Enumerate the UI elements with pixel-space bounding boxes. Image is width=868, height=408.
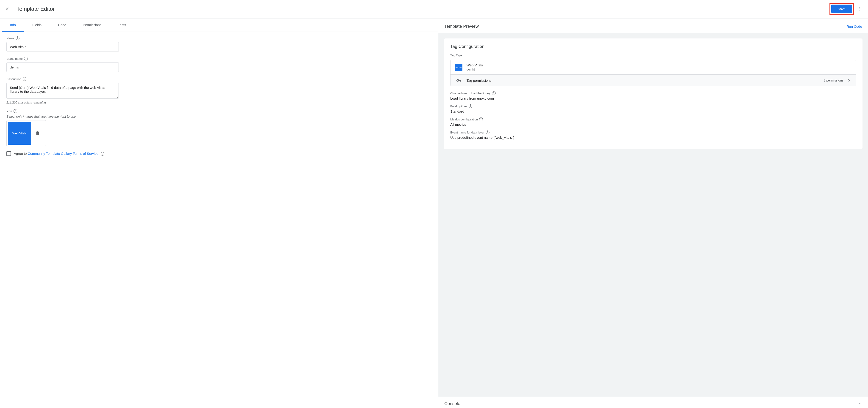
field-name: Name ? [6,36,432,52]
agree-prefix: Agree to [14,151,28,156]
help-icon[interactable]: ? [101,152,104,156]
help-icon[interactable]: ? [24,57,28,61]
setting-label-text: Build options [450,105,467,108]
setting-label: Build options ? [450,104,856,108]
delete-icon-button[interactable] [35,129,44,138]
name-label-row: Name ? [6,36,432,40]
help-icon[interactable]: ? [492,91,496,95]
description-input[interactable] [6,83,119,99]
setting-value: Use predefined event name ("web_vitals") [450,136,856,139]
icon-label-row: Icon ? [6,109,432,113]
chevron-right-icon [847,78,851,83]
help-icon[interactable]: ? [16,36,20,40]
help-icon[interactable]: ? [479,117,483,121]
tab-fields[interactable]: Fields [24,19,50,32]
tab-code[interactable]: Code [50,19,74,32]
setting-label-text: Choose how to load the library [450,92,491,95]
trash-icon [35,131,40,136]
header: Template Editor Save [0,0,868,19]
tab-permissions[interactable]: Permissions [74,19,110,32]
tag-permissions-row[interactable]: Tag permissions 3 permissions [451,74,856,86]
permissions-label: Tag permissions [467,78,824,82]
tag-row: Web Vitals Web Vitals demirj [451,60,856,74]
setting-value: Standard [450,109,856,113]
brand-label-row: Brand name ? [6,57,432,61]
chevron-wrapper [857,401,862,406]
console-label: Console [444,401,460,406]
field-icon: Icon ? Select only images that you have … [6,109,432,146]
field-brand: Brand name ? [6,57,432,72]
preview-title: Template Preview [444,24,479,29]
key-icon-wrapper [455,78,462,83]
preview-body: Tag Configuration Tag Type Web Vitals We… [438,33,868,397]
setting-item: Event name for data layer ? Use predefin… [450,131,856,139]
chevron-up-icon [857,401,862,406]
setting-label-text: Event name for data layer [450,131,485,134]
chevron-wrapper [847,78,851,83]
form-area: Name ? Brand name ? Description ? 111/20 [0,32,438,408]
header-right: Save [830,3,863,15]
agree-row: Agree to Community Template Gallery Term… [6,151,432,156]
terms-link[interactable]: Community Template Gallery Terms of Serv… [28,151,98,156]
more-button[interactable] [857,6,863,12]
field-description: Description ? 111/200 characters remaini… [6,77,432,104]
help-icon[interactable]: ? [486,131,490,134]
key-icon [456,78,461,83]
card-title: Tag Configuration [450,44,856,49]
setting-label: Event name for data layer ? [450,131,856,134]
desc-label-row: Description ? [6,77,432,81]
tabs: Info Fields Code Permissions Tests [0,19,438,32]
help-icon[interactable]: ? [469,104,472,108]
setting-item: Build options ? Standard [450,104,856,113]
setting-item: Metrics configuration ? All metrics [450,117,856,126]
agree-checkbox[interactable] [6,151,11,156]
right-pane: Template Preview Run Code Tag Configurat… [438,19,868,408]
brand-label: Brand name [6,57,23,61]
console-toggle[interactable]: Console [438,397,868,408]
setting-value: All metrics [450,123,856,126]
more-vert-icon [858,7,862,11]
tag-type-box: Web Vitals Web Vitals demirj Tag permiss… [450,60,856,86]
tag-icon: Web Vitals [455,64,462,71]
brand-input[interactable] [6,62,119,72]
setting-item: Choose how to load the library ? Load li… [450,91,856,100]
tag-name: Web Vitals [467,63,483,67]
char-count: 111/200 characters remaining [6,101,432,104]
tag-type-label: Tag Type [450,54,856,57]
run-code-button[interactable]: Run Code [846,25,862,28]
icon-hint: Select only images that you have the rig… [6,115,432,118]
tab-info[interactable]: Info [2,19,24,32]
tag-info: Web Vitals demirj [467,63,483,71]
tag-config-card: Tag Configuration Tag Type Web Vitals We… [444,38,863,149]
icon-label: Icon [6,109,12,113]
close-button[interactable] [5,6,10,12]
main: Info Fields Code Permissions Tests Name … [0,19,868,408]
icon-box: Web Vitals [6,120,46,146]
preview-header: Template Preview Run Code [438,19,868,33]
help-icon[interactable]: ? [13,109,17,113]
settings-list: Choose how to load the library ? Load li… [450,91,856,139]
tab-tests[interactable]: Tests [110,19,134,32]
save-highlight-box: Save [830,3,854,15]
permissions-count: 3 permissions [824,78,843,82]
setting-value: Load library from unpkg.com [450,96,856,100]
desc-label: Description [6,77,21,81]
setting-label-text: Metrics configuration [450,118,478,121]
save-button[interactable]: Save [831,5,852,13]
help-icon[interactable]: ? [23,77,26,81]
name-label: Name [6,37,14,40]
icon-preview: Web Vitals [8,122,31,145]
header-left: Template Editor [5,6,55,12]
tag-brand: demirj [467,68,483,71]
setting-label: Metrics configuration ? [450,117,856,121]
left-pane: Info Fields Code Permissions Tests Name … [0,19,438,408]
setting-label: Choose how to load the library ? [450,91,856,95]
page-title: Template Editor [17,6,55,12]
close-icon [5,7,10,11]
name-input[interactable] [6,42,119,52]
agree-text: Agree to Community Template Gallery Term… [14,151,104,156]
